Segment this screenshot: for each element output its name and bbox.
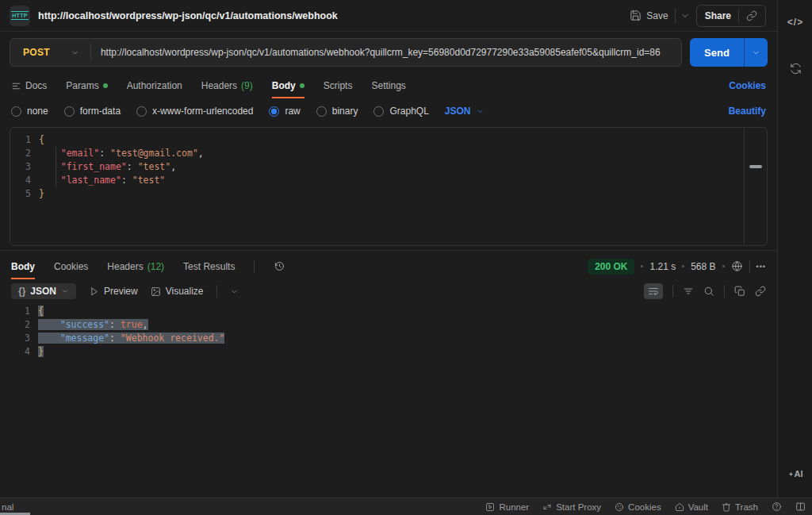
code-line: 4 "last_name": "test" xyxy=(10,174,767,187)
search-icon[interactable] xyxy=(703,286,714,297)
response-tab-test-results-label: Test Results xyxy=(183,261,235,272)
tools-divider xyxy=(672,285,673,298)
vault-label: Vault xyxy=(688,502,708,512)
save-button[interactable]: Save xyxy=(630,9,689,23)
code-snippet-icon[interactable]: </> xyxy=(778,8,812,37)
response-tab-test-results[interactable]: Test Results xyxy=(183,256,235,278)
network-globe-icon[interactable] xyxy=(731,260,743,272)
ai-assistant-icon[interactable]: AI xyxy=(778,459,812,488)
trash-icon xyxy=(722,502,731,512)
request-response-divider[interactable] xyxy=(0,250,777,251)
format-chevron-icon xyxy=(476,107,485,116)
url-input[interactable]: http://localhost/wordpress/wp-json/qc/v1… xyxy=(91,47,670,58)
header-actions: Save Share xyxy=(630,5,777,27)
radio-graphql[interactable]: GraphQL xyxy=(373,106,428,117)
response-tab-cookies-label: Cookies xyxy=(54,261,88,272)
ai-label: AI xyxy=(795,469,803,478)
meta-separator-dot xyxy=(722,265,725,267)
radio-form-data[interactable]: form-data xyxy=(64,106,121,117)
radio-circle-icon xyxy=(64,106,75,117)
response-history-icon[interactable] xyxy=(274,260,285,272)
radio-raw[interactable]: raw xyxy=(269,106,300,117)
vault-button[interactable]: Vault xyxy=(675,502,708,512)
response-tab-headers-label: Headers xyxy=(107,261,143,272)
tab-params[interactable]: Params xyxy=(66,75,107,97)
save-options-chevron-icon[interactable] xyxy=(680,11,690,21)
help-button[interactable] xyxy=(772,502,782,512)
request-url-row: POST http://localhost/wordpress/wp-json/… xyxy=(10,38,768,67)
tab-authorization[interactable]: Authorization xyxy=(127,75,182,97)
cookies-link[interactable]: Cookies xyxy=(729,80,766,91)
question-circle-icon xyxy=(772,502,782,512)
terminal-label-truncated[interactable]: nal xyxy=(2,502,13,512)
visualize-chevron-icon[interactable] xyxy=(230,287,239,296)
tab-scripts[interactable]: Scripts xyxy=(324,75,353,97)
braces-icon: {} xyxy=(18,286,25,297)
response-headers-count: (12) xyxy=(147,261,164,272)
filter-icon[interactable] xyxy=(683,286,694,297)
request-header-bar: HTTP http://localhost/wordpress/wp-json/… xyxy=(0,0,777,32)
link-icon[interactable] xyxy=(755,286,766,297)
layout-panels-button[interactable] xyxy=(795,502,806,512)
tab-params-label: Params xyxy=(66,80,98,91)
method-chevron-icon xyxy=(71,48,79,57)
preview-button[interactable]: Preview xyxy=(89,286,138,297)
radio-none[interactable]: none xyxy=(11,106,48,117)
code-line: 3 "message": "Webhook received." xyxy=(10,332,768,345)
response-tab-body[interactable]: Body xyxy=(11,256,35,278)
status-bar-right: Runner Start Proxy Cookies Vault xyxy=(485,502,806,512)
response-body-viewer[interactable]: 1 { 2 "success": true, 3 "message": "Web… xyxy=(10,305,768,359)
share-button[interactable]: Share xyxy=(696,5,766,27)
response-format-chevron-icon xyxy=(61,287,69,295)
start-proxy-button[interactable]: Start Proxy xyxy=(542,502,601,512)
copy-icon[interactable] xyxy=(734,286,745,297)
response-tab-body-label: Body xyxy=(11,261,35,272)
send-button[interactable]: Send xyxy=(690,38,768,67)
http-request-icon: HTTP xyxy=(10,6,30,26)
send-options-chevron-icon[interactable] xyxy=(744,38,768,67)
sync-icon[interactable] xyxy=(778,54,812,83)
send-label[interactable]: Send xyxy=(690,38,744,67)
meta-divider xyxy=(749,260,750,273)
response-size[interactable]: 568 B xyxy=(691,261,715,272)
response-meta: 200 OK 1.21 s 568 B ••• xyxy=(588,259,766,275)
trash-button[interactable]: Trash xyxy=(722,502,758,512)
tab-headers[interactable]: Headers (9) xyxy=(201,75,253,97)
response-tabs: Body Cookies Headers (12) Test Results 2… xyxy=(0,256,777,277)
tab-body[interactable]: Body xyxy=(272,75,304,97)
more-options-icon[interactable]: ••• xyxy=(756,263,766,271)
tab-docs[interactable]: Docs xyxy=(11,75,47,97)
response-time[interactable]: 1.21 s xyxy=(649,261,676,272)
http-icon-label: HTTP xyxy=(11,11,28,20)
radio-x-www-form-urlencoded[interactable]: x-www-form-urlencoded xyxy=(136,106,253,117)
word-wrap-icon[interactable] xyxy=(644,283,663,299)
method-selector[interactable]: POST xyxy=(10,47,90,58)
postman-app: HTTP http://localhost/wordpress/wp-json/… xyxy=(0,0,812,515)
request-body-editor[interactable]: 1 { 2 "email": "test@gmail.com", 3 "firs… xyxy=(10,127,768,246)
cookies-button[interactable]: Cookies xyxy=(615,502,661,512)
line-number: 2 xyxy=(10,147,39,160)
radio-urlencoded-label: x-www-form-urlencoded xyxy=(152,106,253,117)
copy-link-icon[interactable] xyxy=(746,10,757,21)
runner-button[interactable]: Runner xyxy=(485,502,529,512)
tab-settings[interactable]: Settings xyxy=(371,75,405,97)
body-format-selector[interactable]: JSON xyxy=(445,106,485,117)
response-tools-right xyxy=(644,283,766,299)
response-format-selector[interactable]: {} JSON xyxy=(11,283,76,299)
request-tabs: Docs Params Authorization Headers (9) Bo… xyxy=(0,75,777,97)
editor-scrollbar-thumb[interactable] xyxy=(749,165,762,168)
runner-icon xyxy=(485,502,495,512)
response-tab-cookies[interactable]: Cookies xyxy=(54,256,88,278)
tools-divider xyxy=(724,285,725,298)
docs-icon xyxy=(11,81,21,91)
response-tab-headers[interactable]: Headers (12) xyxy=(107,256,164,278)
radio-form-data-label: form-data xyxy=(80,106,121,117)
tab-docs-label: Docs xyxy=(25,80,47,91)
beautify-link[interactable]: Beautify xyxy=(729,106,766,117)
status-badge[interactable]: 200 OK xyxy=(588,259,634,275)
visualize-button[interactable]: Visualize xyxy=(151,286,204,297)
radio-binary[interactable]: binary xyxy=(316,106,358,117)
headers-count: (9) xyxy=(241,80,253,91)
split-panel-icon xyxy=(795,502,806,512)
save-divider xyxy=(675,9,676,23)
